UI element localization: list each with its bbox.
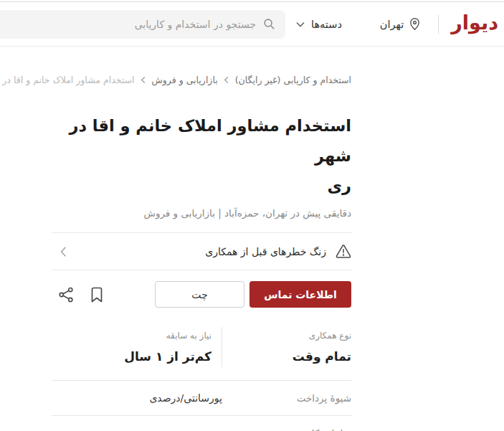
bookmark-button[interactable] (90, 287, 103, 303)
city-label: تهران (380, 19, 404, 30)
chevron-left-icon (59, 246, 68, 257)
stat-value: تمام وقت (222, 349, 351, 364)
stat-label: نیاز به سابقه (52, 331, 211, 341)
detail-row-hours: ساعات کاری شیفت صبح و عصر (52, 415, 351, 431)
location-pin-icon (409, 17, 421, 31)
breadcrumb-separator-icon (223, 75, 230, 86)
ad-title-line-1: استخدام مشاور املاک خانم و اقا در شهر (39, 110, 351, 171)
ad-title-line-2: ری (39, 171, 351, 201)
breadcrumb-item-category[interactable]: استخدام و کاریابی (غیر رایگان) (235, 75, 351, 85)
job-stats: نوع همکاری تمام وقت نیاز به سابقه کم‌تر … (52, 327, 351, 367)
stat-label: نوع همکاری (222, 331, 351, 341)
warning-triangle-icon (336, 244, 351, 259)
categories-menu[interactable]: دسته‌ها (296, 19, 342, 30)
main-header: دیوار تهران دسته‌ها (0, 1, 504, 47)
breadcrumb: استخدام و کاریابی (غیر رایگان)بازاریابی … (39, 74, 351, 87)
job-details: شیوهٔ پرداخت پورسانتی/درصدی ساعات کاری ش… (52, 380, 351, 431)
search-input[interactable] (10, 19, 256, 30)
city-selector[interactable]: تهران (380, 17, 421, 31)
detail-label: ساعات کاری (222, 427, 351, 431)
divar-logo[interactable]: دیوار (451, 13, 498, 35)
chat-button[interactable]: چت (155, 281, 244, 308)
search-icon (263, 18, 275, 30)
share-icon (58, 286, 75, 303)
detail-label: شیوهٔ پرداخت (222, 392, 351, 404)
breadcrumb-item-current: استخدام مشاور املاک خانم و اقا در شهر ری (0, 75, 135, 85)
ad-page-content: استخدام و کاریابی (غیر رایگان)بازاریابی … (39, 74, 351, 431)
stat-cooperation-type: نوع همکاری تمام وقت (222, 327, 351, 367)
detail-value: شیفت صبح و عصر (52, 427, 222, 431)
categories-label: دسته‌ها (311, 19, 342, 30)
warning-banner[interactable]: زنگ خطرهای قبل از همکاری (52, 232, 351, 270)
ad-title: استخدام مشاور املاک خانم و اقا در شهر ری (39, 110, 351, 201)
header-divider (438, 15, 439, 34)
warning-label: زنگ خطرهای قبل از همکاری (205, 246, 326, 257)
ad-subtitle: دقایقی پیش در تهران، حمزه‌آباد | بازاریا… (39, 207, 351, 219)
stat-value: کم‌تر از ۱ سال (52, 349, 211, 364)
breadcrumb-item-subcategory[interactable]: بازاریابی و فروش (152, 75, 218, 85)
search-box[interactable] (0, 10, 285, 39)
action-buttons-row: اطلاعات تماس چت (39, 281, 351, 308)
bookmark-icon (90, 287, 103, 303)
contact-info-button[interactable]: اطلاعات تماس (249, 281, 351, 308)
stat-experience: نیاز به سابقه کم‌تر از ۱ سال (52, 327, 222, 367)
breadcrumb-separator-icon (140, 75, 147, 86)
detail-value: پورسانتی/درصدی (52, 392, 222, 404)
share-button[interactable] (58, 286, 75, 303)
chevron-down-icon (296, 22, 305, 27)
detail-row-payment: شیوهٔ پرداخت پورسانتی/درصدی (52, 380, 351, 415)
